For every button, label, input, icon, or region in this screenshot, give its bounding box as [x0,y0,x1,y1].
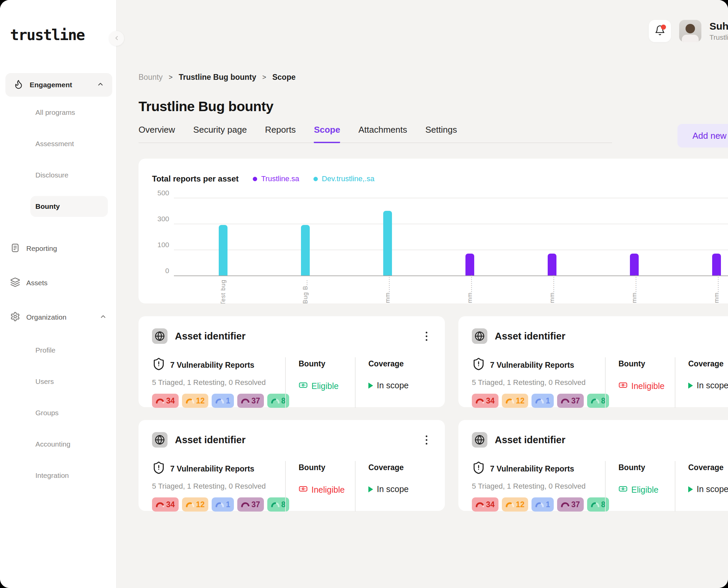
sidebar-item-label: Reporting [26,245,107,253]
sidebar-item-bounty-pill[interactable]: Bounty [31,196,108,217]
triage-summary: 5 Triaged, 1 Retesting, 0 Resolved [472,482,605,491]
legend-dot [253,177,257,181]
user-name: Suhail [709,21,728,32]
tab-settings[interactable]: Settings [425,125,457,143]
triage-summary: 5 Triaged, 1 Retesting, 0 Resolved [152,378,285,387]
sidebar-item-users[interactable]: Users [0,366,116,397]
tab-scope[interactable]: Scope [314,125,340,143]
notifications-button[interactable] [649,20,671,42]
sidebar-item-engagement[interactable]: Engagement [5,73,112,97]
tab-overview[interactable]: Overview [139,125,175,143]
chart-bar [219,225,227,275]
gauge-icon [186,398,195,403]
coverage-status-text: In scope [377,381,409,390]
kebab-menu-icon[interactable] [421,434,431,446]
gauge-icon [506,502,514,507]
asset-card: Asset identifier 7 Vulnerability Reports… [458,316,728,407]
bounty-label: Bounty [299,463,355,472]
avatar[interactable] [679,20,701,42]
gauge-icon [156,398,164,403]
sidebar-item-groups[interactable]: Groups [0,397,116,428]
severity-badge-orange: 12 [182,498,209,511]
breadcrumb-separator: > [169,74,173,81]
bounty-column: Bounty Ineligible [606,357,675,408]
shield-alert-icon [152,357,165,373]
bounty-status-text: Eligible [631,485,659,495]
sidebar-collapse-button[interactable] [109,31,124,46]
triage-summary: 5 Triaged, 1 Retesting, 0 Resolved [152,482,285,491]
sidebar-item-accounting[interactable]: Accounting [0,428,116,460]
gauge-icon [561,398,570,403]
y-axis-tick: 300 [152,215,169,223]
coverage-label: Coverage [688,463,728,472]
gridline [174,250,728,250]
chart-plot: 5003001000Test bugYC Bug B...mmmmmmm....… [152,198,728,275]
gauge-icon [476,502,484,507]
globe-icon [472,432,487,447]
asset-title: Asset identifier [175,331,414,342]
reports-chart-card: Total reports per asset Trustline.sa Dev… [139,159,728,303]
globe-icon [152,328,167,344]
severity-badge-blue: 1 [531,498,554,511]
breadcrumb-scope[interactable]: Scope [272,73,296,82]
asset-card-header: Asset identifier [152,432,431,447]
bounty-column: Bounty Ineligible [286,461,355,511]
gear-icon [10,312,20,323]
breadcrumb-program[interactable]: Trustline Bug bounty [179,73,256,82]
chart-bar [383,211,392,276]
sidebar-item-disclosure[interactable]: Disclosure [0,159,116,191]
page-title: Trustline Bug bounty [139,99,728,114]
gauge-icon [476,398,484,403]
gauge-icon [535,502,544,507]
add-new-asset-button[interactable]: Add new asset [678,124,728,147]
sidebar-item-assets[interactable]: Assets [0,266,116,300]
sidebar-item-label: Engagement [30,81,91,89]
x-axis-label: mmmmmmm......... [384,279,391,303]
kebab-menu-icon[interactable] [421,330,431,342]
x-axis-line [174,275,728,276]
tab-attachments[interactable]: Attachments [358,125,407,143]
gauge-icon [215,502,224,507]
tab-security-page[interactable]: Security page [193,125,247,143]
bounty-status-text: Ineligible [311,485,345,495]
breadcrumb-bounty[interactable]: Bounty [139,73,163,82]
gridline [174,198,728,198]
shield-alert-icon [472,461,485,477]
tab-bar: Overview Security page Reports Scope Att… [139,125,612,143]
sidebar-item-label: Assets [26,279,107,287]
coverage-status-text: In scope [697,484,728,494]
report-icon [10,243,20,255]
chart-bar [301,225,310,275]
legend-trustline-sa: Trustline.sa [253,174,299,183]
coverage-label: Coverage [368,359,431,369]
sidebar-item-label: Accounting [35,440,70,448]
chevron-up-icon[interactable] [99,313,107,322]
sidebar-item-bounty[interactable]: Bounty [0,191,116,222]
legend-dot [314,177,318,181]
sidebar-item-all-programs[interactable]: All programs [0,97,116,128]
layers-icon [10,277,20,289]
sidebar-item-assessment[interactable]: Assessment [0,128,116,159]
brand-logo: trustline [10,26,116,43]
sidebar-item-profile[interactable]: Profile [0,334,116,366]
asset-card-header: Asset identifier [472,328,728,344]
bounty-column: Bounty Eligible [606,461,675,511]
sidebar-item-integration[interactable]: Integration [0,460,116,491]
tab-reports[interactable]: Reports [265,125,296,143]
chevron-left-icon [113,35,120,42]
app-window: trustline Engagement All programs Assess… [0,0,728,588]
gauge-icon [215,398,224,403]
sidebar-item-label: Profile [35,346,56,354]
severity-badge-blue: 1 [212,498,234,511]
top-header: Suhail Trustline [139,20,728,42]
main-content: Suhail Trustline Bounty > Trustline Bug … [117,0,728,588]
chart-header: Total reports per asset Trustline.sa Dev… [152,173,728,185]
chevron-up-icon[interactable] [97,81,104,89]
sidebar-item-reporting[interactable]: Reporting [0,231,116,266]
asset-cards-grid: Asset identifier 7 Vulnerability Reports… [139,316,728,511]
vulnerability-stats: 7 Vulnerability Reports 5 Triaged, 1 Ret… [152,461,285,511]
gauge-icon [535,398,544,403]
severity-badge-orange: 12 [502,498,528,511]
sidebar-item-organization[interactable]: Organization [0,300,116,334]
gauge-icon [271,398,280,403]
